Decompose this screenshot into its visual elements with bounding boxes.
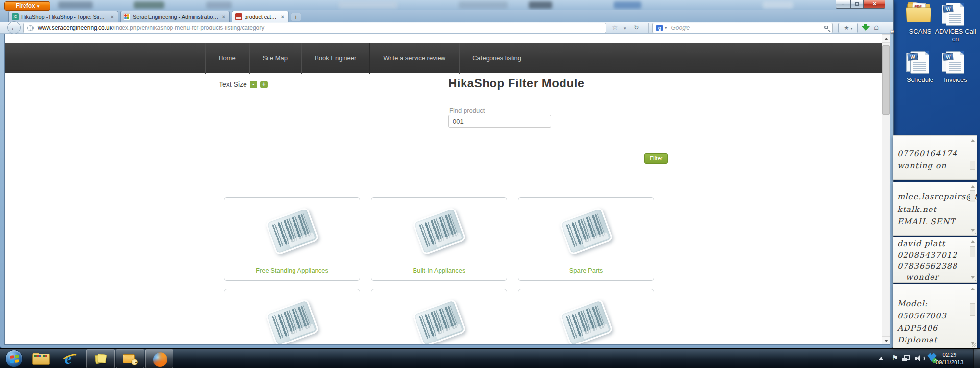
tab-close-icon[interactable]: × xyxy=(280,14,285,20)
note-line: 07760164174 xyxy=(893,149,977,158)
tab-bar: ✲ HikaShop - HikaShop - Topic: Subcat...… xyxy=(0,10,893,22)
window-titlebar[interactable] xyxy=(0,0,893,10)
scrollbar-thumb[interactable] xyxy=(882,45,890,115)
barcode-icon xyxy=(263,296,321,345)
clock-date: 09/11/2013 xyxy=(931,359,968,366)
new-tab-button[interactable]: + xyxy=(291,13,301,21)
tab-title: HikaShop - HikaShop - Topic: Subcat... xyxy=(21,14,107,20)
url-bar[interactable]: www.seracengineering.co.uk/index.php/en/… xyxy=(23,23,606,33)
note-line: Model: xyxy=(893,299,977,308)
bookmark-star-icon[interactable]: ☆ xyxy=(612,24,618,31)
joomla-favicon xyxy=(123,13,130,20)
note-scrollbar[interactable] xyxy=(969,287,976,345)
back-button[interactable]: ← xyxy=(7,21,21,34)
sticky-note[interactable]: 07760164174 wanting on xyxy=(893,135,977,180)
sticky-note[interactable]: Model: 050567003 ADP5406 Diplomat xyxy=(893,284,977,348)
restore-icon xyxy=(855,2,859,6)
filter-button[interactable]: Filter xyxy=(644,153,668,164)
outlook-icon xyxy=(123,353,138,365)
taskbar-internet-explorer-button[interactable]: e xyxy=(62,351,80,367)
note-line: ktalk.net xyxy=(893,205,977,214)
category-link[interactable]: Built-In Appliances xyxy=(371,267,507,274)
taskbar-outlook-button[interactable] xyxy=(116,349,144,368)
search-box[interactable]: g ▾ Google xyxy=(652,23,833,33)
url-domain: www.seracengineering.co.uk xyxy=(38,25,113,31)
tab-product-category[interactable]: product category × xyxy=(232,11,289,22)
toolbar-separator xyxy=(648,23,649,33)
text-size-control: Text Size - + xyxy=(219,80,268,88)
tab-close-icon[interactable]: × xyxy=(110,14,115,20)
downloads-button[interactable] xyxy=(862,24,870,31)
note-resize-grip[interactable] xyxy=(972,277,976,281)
minimize-button[interactable]: – xyxy=(836,0,850,9)
category-card-partial[interactable] xyxy=(518,289,654,345)
site-identity-globe-icon[interactable] xyxy=(27,25,34,31)
glass-blur-shape xyxy=(339,1,397,9)
nav-item-book-engineer[interactable]: Book Engineer xyxy=(301,43,369,74)
category-link[interactable]: Free Standing Appliances xyxy=(224,267,360,274)
close-button[interactable]: ✕ xyxy=(863,0,885,9)
taskbar-explorer-button[interactable] xyxy=(31,353,51,366)
nav-item-categories-listing[interactable]: Categories listing xyxy=(459,43,535,74)
nav-item-site-map[interactable]: Site Map xyxy=(249,43,301,74)
category-card-spare-parts[interactable]: Spare Parts xyxy=(518,197,654,281)
sticky-note[interactable]: mlee.lasrepairs@tal ktalk.net EMAIL SENT xyxy=(893,182,977,236)
category-link[interactable]: Spare Parts xyxy=(518,267,654,274)
scroll-down-icon[interactable] xyxy=(882,336,890,344)
bookmarks-panel-button[interactable]: ★ ▾ xyxy=(838,23,858,33)
search-icon[interactable] xyxy=(824,26,828,29)
tab-close-icon[interactable]: × xyxy=(221,14,226,20)
tab-serac-admin[interactable]: Serac Engineering - Administration - ...… xyxy=(120,11,230,22)
barcode-icon xyxy=(263,205,321,260)
show-desktop-button[interactable] xyxy=(973,349,980,368)
site-nav-bar: Home Site Map Book Engineer Write a serv… xyxy=(5,43,890,73)
note-line: EMAIL SENT xyxy=(893,217,977,226)
taskbar-sticky-notes-button[interactable] xyxy=(86,349,115,368)
note-scrollbar[interactable] xyxy=(969,184,976,233)
start-button[interactable] xyxy=(5,350,23,367)
note-resize-grip[interactable] xyxy=(972,230,976,234)
tab-title: product category xyxy=(245,14,278,20)
desktop-icon-invoices[interactable]: W Invoices xyxy=(935,50,976,83)
reload-icon[interactable]: ↻ xyxy=(634,24,639,31)
search-placeholder: Google xyxy=(671,25,690,31)
home-button[interactable]: ⌂ xyxy=(874,23,879,32)
google-search-engine-icon[interactable]: g xyxy=(656,25,663,31)
category-card-partial[interactable] xyxy=(371,289,507,345)
barcode-icon xyxy=(410,296,468,345)
glass-blur-shape xyxy=(58,1,93,9)
word-document-icon: W xyxy=(935,2,976,26)
desktop: Firefox▾ – ✕ ✲ HikaShop - HikaShop - Top… xyxy=(0,0,980,368)
text-size-decrease-button[interactable]: - xyxy=(250,81,257,88)
scroll-up-icon[interactable] xyxy=(882,34,890,43)
sticky-notes-icon xyxy=(95,354,107,365)
desktop-icon-advices[interactable]: W ADVICES Call on xyxy=(935,2,976,43)
find-product-input[interactable] xyxy=(448,115,551,128)
nav-item-write-review[interactable]: Write a service review xyxy=(369,43,459,74)
page-top-strip xyxy=(5,34,890,43)
maximize-button[interactable] xyxy=(850,0,863,9)
show-hidden-icons-icon[interactable] xyxy=(879,357,883,360)
network-icon[interactable] xyxy=(904,355,910,360)
windows-flag-icon xyxy=(10,355,19,363)
category-card-partial[interactable] xyxy=(224,289,360,345)
note-resize-grip[interactable] xyxy=(972,343,976,347)
note-scrollbar[interactable] xyxy=(969,138,976,177)
search-engine-dropdown-icon[interactable]: ▾ xyxy=(665,26,667,30)
nav-item-home[interactable]: Home xyxy=(205,43,249,74)
category-card-built-in[interactable]: Built-In Appliances xyxy=(371,197,507,281)
sticky-note[interactable]: david platt 02085437012 07836562388 wond… xyxy=(893,237,977,283)
text-size-increase-button[interactable]: + xyxy=(260,81,268,88)
note-scrollbar[interactable] xyxy=(969,239,976,280)
browser-viewport: Home Site Map Book Engineer Write a serv… xyxy=(4,34,890,345)
hikashop-favicon: ✲ xyxy=(12,13,19,20)
category-card-free-standing[interactable]: Free Standing Appliances xyxy=(224,197,360,281)
browser-scrollbar[interactable] xyxy=(882,34,890,344)
firefox-app-menu-button[interactable]: Firefox▾ xyxy=(4,1,50,11)
taskbar-clock[interactable]: 02:29 09/11/2013 xyxy=(931,351,968,366)
action-center-flag-icon[interactable]: ⚑ xyxy=(892,354,898,362)
note-line: wanting on xyxy=(893,161,977,170)
bookmark-dropdown-icon[interactable]: ▾ xyxy=(624,26,626,31)
taskbar-firefox-button[interactable] xyxy=(145,349,173,368)
tab-hikashop-forum[interactable]: ✲ HikaShop - HikaShop - Topic: Subcat...… xyxy=(8,11,118,22)
